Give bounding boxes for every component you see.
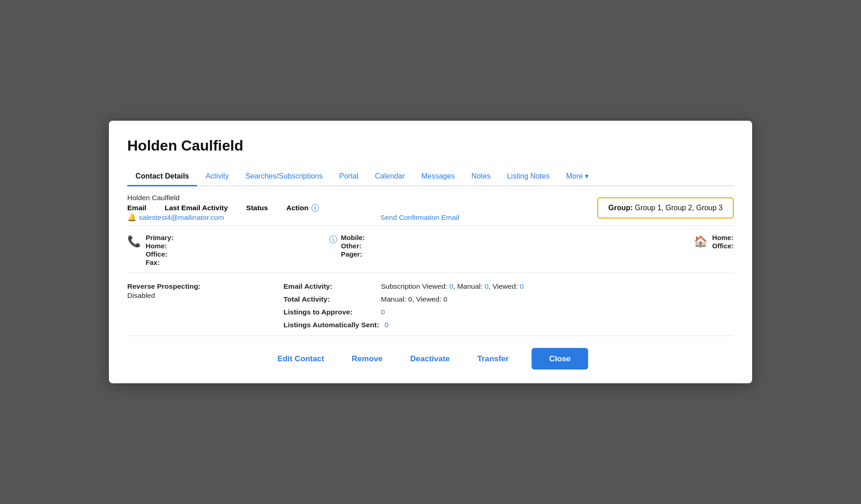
transfer-button[interactable]: Transfer bbox=[473, 350, 513, 367]
total-manual-value: 0 bbox=[408, 295, 413, 303]
subscription-viewed-value[interactable]: 0 bbox=[449, 282, 453, 290]
status-column-header: Status bbox=[246, 204, 268, 212]
email-column-header: Email bbox=[127, 204, 146, 212]
phone-fields: Primary: Home: Office: Fax: bbox=[146, 234, 173, 266]
details-section: Reverse Prospecting: Disabled Email Acti… bbox=[127, 273, 734, 336]
listings-auto-row: Listings Automatically Sent: 0 bbox=[283, 321, 734, 329]
listings-approve-row: Listings to Approve: 0 bbox=[283, 308, 734, 316]
edit-contact-button[interactable]: Edit Contact bbox=[273, 350, 329, 367]
listings-auto-label: Listings Automatically Sent: bbox=[283, 321, 379, 329]
email-header-row: Email Last Email Activity Status Action … bbox=[127, 204, 588, 212]
remove-button[interactable]: Remove bbox=[347, 350, 387, 367]
contact-details-content: Holden Caulfield Email Last Email Activi… bbox=[127, 186, 734, 370]
info-header: Holden Caulfield Email Last Email Activi… bbox=[127, 186, 734, 226]
reverse-prospecting-label: Reverse Prospecting: bbox=[127, 282, 283, 291]
close-button[interactable]: Close bbox=[532, 348, 588, 370]
tab-messages[interactable]: Messages bbox=[413, 168, 463, 186]
office-address-label: Office: bbox=[712, 242, 734, 250]
tab-contact-details[interactable]: Contact Details bbox=[127, 168, 197, 186]
listings-approve-label: Listings to Approve: bbox=[283, 308, 375, 316]
phone-icon: 📞 bbox=[127, 235, 141, 248]
office-phone-label: Office: bbox=[146, 251, 167, 258]
activity-col: Email Activity: Subscription Viewed: 0, … bbox=[283, 282, 734, 329]
home-address-row: Home: bbox=[712, 234, 734, 241]
tab-searches-subscriptions[interactable]: Searches/Subscriptions bbox=[237, 168, 331, 186]
tab-more[interactable]: More ▾ bbox=[558, 167, 597, 186]
total-viewed-value: 0 bbox=[443, 295, 447, 303]
viewed-value[interactable]: 0 bbox=[520, 282, 524, 290]
total-activity-value: Manual: 0, Viewed: 0 bbox=[381, 295, 447, 303]
email-link[interactable]: 🔔 salestest4@mailinator.com bbox=[127, 213, 224, 222]
mobile-info-icon[interactable]: i bbox=[329, 235, 337, 243]
email-value-row: 🔔 salestest4@mailinator.com Send Confirm… bbox=[127, 213, 588, 222]
group-label: Group: bbox=[608, 204, 633, 212]
info-header-left: Holden Caulfield Email Last Email Activi… bbox=[127, 194, 588, 222]
email-activity-value: Subscription Viewed: 0, Manual: 0, Viewe… bbox=[381, 282, 524, 291]
tab-bar: Contact Details Activity Searches/Subscr… bbox=[127, 167, 734, 186]
deactivate-button[interactable]: Deactivate bbox=[406, 350, 454, 367]
total-activity-label: Total Activity: bbox=[283, 295, 375, 303]
home-phone-label: Home: bbox=[146, 242, 167, 250]
tab-notes[interactable]: Notes bbox=[463, 168, 499, 186]
home-phone-row: Home: bbox=[146, 242, 173, 250]
listings-auto-value: 0 bbox=[385, 321, 389, 329]
email-activity-row: Email Activity: Subscription Viewed: 0, … bbox=[283, 282, 734, 291]
send-confirmation-link[interactable]: Send Confirmation Email bbox=[380, 213, 459, 222]
bell-icon: 🔔 bbox=[127, 213, 136, 222]
listings-auto-count[interactable]: 0 bbox=[385, 321, 389, 329]
fax-phone-row: Fax: bbox=[146, 259, 173, 266]
primary-phone-row: Primary: bbox=[146, 234, 173, 241]
listings-approve-value: 0 bbox=[381, 308, 385, 316]
listings-approve-count[interactable]: 0 bbox=[381, 308, 385, 316]
contact-modal: Holden Caulfield Contact Details Activit… bbox=[109, 121, 752, 383]
tab-calendar[interactable]: Calendar bbox=[367, 168, 413, 186]
pager-row: Pager: bbox=[341, 251, 365, 258]
mobile-fields: Mobile: Other: Pager: bbox=[341, 234, 365, 258]
primary-label: Primary: bbox=[146, 234, 173, 241]
manual-value[interactable]: 0 bbox=[485, 282, 489, 290]
fax-label: Fax: bbox=[146, 259, 160, 266]
other-row: Other: bbox=[341, 242, 365, 250]
last-email-column-header: Last Email Activity bbox=[164, 204, 227, 212]
phone-section: 📞 Primary: Home: Office: Fax: bbox=[127, 226, 734, 273]
email-activity-label: Email Activity: bbox=[283, 282, 375, 291]
home-address-col: 🏠 Home: Office: bbox=[532, 234, 734, 250]
contact-name-row: Holden Caulfield bbox=[127, 194, 588, 202]
group-values: Group 1, Group 2, Group 3 bbox=[635, 204, 723, 212]
action-column-header: Action bbox=[286, 204, 308, 212]
home-fields: Home: Office: bbox=[712, 234, 734, 250]
footer-buttons: Edit Contact Remove Deactivate Transfer … bbox=[127, 336, 734, 370]
mobile-label: Mobile: bbox=[341, 234, 365, 241]
total-activity-row: Total Activity: Manual: 0, Viewed: 0 bbox=[283, 295, 734, 303]
home-address-label: Home: bbox=[712, 234, 733, 241]
office-phone-row: Office: bbox=[146, 251, 173, 258]
reverse-prospecting-value: Disabled bbox=[127, 291, 283, 300]
mobile-col: i Mobile: Other: Pager: bbox=[329, 234, 532, 258]
home-icon: 🏠 bbox=[694, 235, 708, 248]
tab-listing-notes[interactable]: Listing Notes bbox=[499, 168, 558, 186]
pager-label: Pager: bbox=[341, 251, 362, 258]
action-info-icon[interactable]: i bbox=[312, 204, 319, 212]
primary-phone-col: 📞 Primary: Home: Office: Fax: bbox=[127, 234, 329, 266]
other-label: Other: bbox=[341, 242, 362, 250]
office-address-row: Office: bbox=[712, 242, 734, 250]
page-title: Holden Caulfield bbox=[127, 137, 734, 154]
tab-activity[interactable]: Activity bbox=[197, 168, 237, 186]
group-box: Group: Group 1, Group 2, Group 3 bbox=[597, 197, 734, 218]
reverse-prospecting-col: Reverse Prospecting: Disabled bbox=[127, 282, 283, 329]
mobile-row: Mobile: bbox=[341, 234, 365, 241]
tab-portal[interactable]: Portal bbox=[331, 168, 367, 186]
